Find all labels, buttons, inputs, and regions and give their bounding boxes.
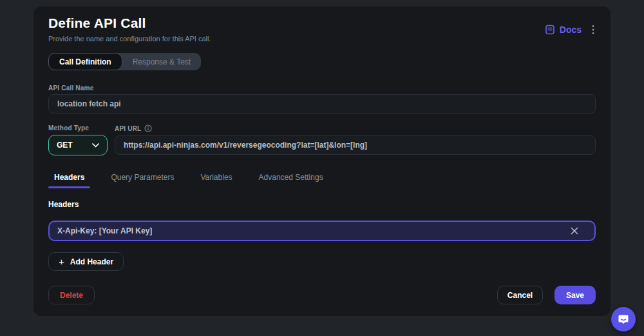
- footer-actions: Cancel Save: [497, 286, 596, 304]
- docs-link[interactable]: Docs: [545, 25, 582, 35]
- close-icon: [571, 227, 578, 235]
- api-call-name-value: location fetch api: [57, 99, 121, 108]
- api-url-value: https://api.api-ninjas.com/v1/reversegeo…: [124, 141, 367, 150]
- define-api-call-dialog: Define API Call Provide the name and con…: [33, 6, 611, 316]
- docs-icon: [545, 25, 555, 35]
- api-call-name-input[interactable]: location fetch api: [48, 94, 596, 114]
- method-type-label: Method Type: [48, 124, 89, 132]
- kebab-menu-icon: [592, 25, 594, 35]
- tab-call-definition[interactable]: Call Definition: [48, 53, 122, 70]
- request-config-tab-bar: Headers Query Parameters Variables Advan…: [48, 173, 596, 188]
- remove-header-button[interactable]: [567, 224, 582, 238]
- add-header-label: Add Header: [70, 257, 113, 266]
- method-type-select[interactable]: GET: [48, 135, 108, 155]
- header-entry-input[interactable]: X-Api-Key: [Your API Key]: [48, 221, 596, 241]
- tab-headers[interactable]: Headers: [48, 173, 90, 188]
- header-actions: Docs: [545, 23, 596, 36]
- api-url-input[interactable]: https://api.api-ninjas.com/v1/reversegeo…: [115, 135, 596, 155]
- method-type-value: GET: [57, 141, 73, 150]
- delete-button[interactable]: Delete: [48, 286, 95, 304]
- chevron-down-icon: [92, 143, 99, 148]
- kebab-menu-button[interactable]: [591, 23, 596, 36]
- api-url-label-text: API URL: [115, 125, 141, 132]
- api-url-label: API URL: [115, 124, 152, 132]
- api-call-name-label: API Call Name: [48, 84, 93, 92]
- header-entry-value: X-Api-Key: [Your API Key]: [57, 226, 567, 235]
- add-header-button[interactable]: + Add Header: [48, 252, 124, 271]
- page-subtitle: Provide the name and configuration for t…: [48, 35, 211, 43]
- tab-variables[interactable]: Variables: [194, 173, 238, 188]
- headers-section-label: Headers: [48, 200, 79, 209]
- docs-label: Docs: [560, 25, 582, 35]
- plus-icon: +: [59, 256, 64, 267]
- info-icon: [144, 124, 152, 132]
- definition-response-tab-group: Call Definition Response & Test: [48, 53, 201, 70]
- page-title: Define API Call: [48, 15, 146, 31]
- chat-launcher-button[interactable]: [611, 307, 636, 331]
- tab-advanced-settings[interactable]: Advanced Settings: [253, 173, 329, 188]
- chat-bubble-icon: [618, 313, 629, 325]
- save-button[interactable]: Save: [554, 286, 596, 304]
- tab-query-parameters[interactable]: Query Parameters: [105, 173, 180, 188]
- cancel-button[interactable]: Cancel: [497, 286, 543, 304]
- tab-response-and-test[interactable]: Response & Test: [122, 53, 202, 70]
